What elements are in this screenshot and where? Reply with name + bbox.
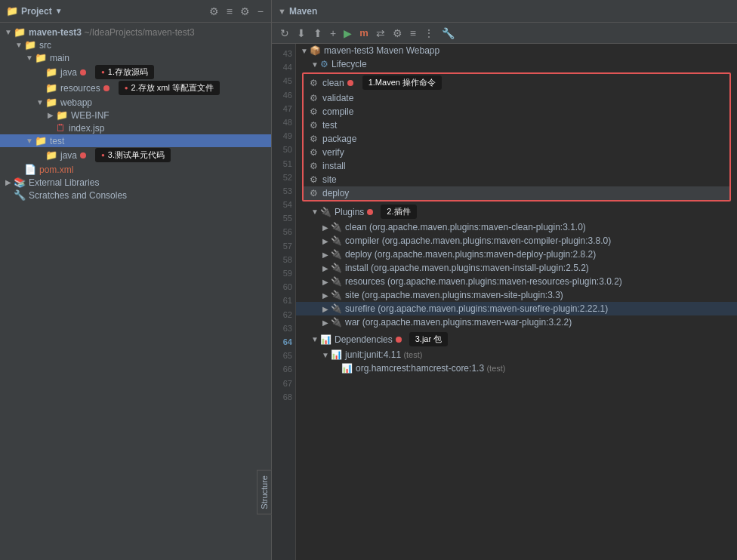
src-item[interactable]: ▼ 📁 src [0,38,271,51]
plugin-install[interactable]: ▶ 🔌 install (org.apache.maven.plugins:ma… [296,261,737,275]
ext-lib-item[interactable]: ▶ 📚 External Libraries [0,176,271,189]
tree-root[interactable]: ▼ 📁 maven-test3 ~/IdeaProjects/maven-tes… [0,26,271,38]
java-test-item[interactable]: 📁 java 3.测试单元代码 [0,147,271,163]
test-label: test [322,120,337,131]
maven-root-item[interactable]: ▼ 📦 maven-test3 Maven Webapp [296,44,737,57]
dep-hamcrest-label: org.hamcrest:hamcrest-core:1.3 (test) [356,363,505,374]
gear2-icon[interactable]: ⚙ [390,26,405,40]
maven-root-arrow: ▼ [299,47,310,55]
project-folder-icon: 📁 [6,5,18,17]
dependencies-header[interactable]: ▼ 📊 Dependencies 3.jar 包 [296,331,737,348]
line-63: 63 [272,322,292,335]
structure-tab[interactable]: Structure [257,470,272,515]
project-chevron-icon[interactable]: ▼ [55,7,63,15]
refresh-icon[interactable]: ↻ [278,26,291,40]
maven-panel: ▼ Maven ↻ ⬇ ⬆ + ▶ m ⇄ ⚙ ≡ ⋮ 🔧 43 44 45 4… [272,0,737,560]
java-folder-icon: 📁 [45,66,57,78]
plugin-site-icon: 🔌 [331,290,342,300]
sync-icon[interactable]: ⇄ [374,26,387,40]
root-arrow: ▼ [3,28,14,36]
resources-folder-icon: 📁 [45,82,57,94]
indexjsp-arrow [45,124,56,132]
lifecycle-install[interactable]: ⚙ install [304,159,729,173]
plugin-resources[interactable]: ▶ 🔌 resources (org.apache.maven.plugins:… [296,275,737,288]
java-test-arrow [35,151,45,159]
webapp-item[interactable]: ▼ 📁 webapp [0,96,271,109]
lifecycle-validate[interactable]: ⚙ validate [304,91,729,105]
resources-item[interactable]: 📁 resources 2.存放 xml 等配置文件 [0,80,271,96]
webinf-item[interactable]: ▶ 📁 WEB-INF [0,109,271,122]
line-numbers-col: 43 44 45 46 47 48 49 50 51 52 53 54 55 5… [272,44,296,560]
pomxml-item[interactable]: 📄 pom.xml [0,163,271,176]
lifecycle-compile[interactable]: ⚙ compile [304,105,729,118]
line-64: 64 [272,335,292,349]
lifecycle-deploy[interactable]: ⚙ deploy [304,186,729,200]
plugin-clean-label: clean (org.apache.maven.plugins:maven-cl… [345,222,586,232]
scratch-item[interactable]: 🔧 Scratches and Consoles [0,189,271,202]
indexjsp-item[interactable]: 🗒 index.jsp [0,122,271,134]
pomxml-arrow [14,165,24,174]
main-item[interactable]: ▼ 📁 main [0,51,271,64]
dep-junit-parent[interactable]: ▼ 📊 junit:junit:4.11 (test) [296,348,737,362]
menu-icon[interactable]: ≡ [408,26,418,40]
gear-icon[interactable]: ⚙ [239,4,251,19]
run-icon[interactable]: ▶ [341,26,354,40]
plugin-deploy-icon: 🔌 [331,249,342,260]
plugin-compiler[interactable]: ▶ 🔌 compiler (org.apache.maven.plugins:m… [296,234,737,248]
dep-hamcrest[interactable]: 📊 org.hamcrest:hamcrest-core:1.3 (test) [296,362,737,375]
plugins-header[interactable]: ▼ 🔌 Plugins 2.插件 [296,203,737,220]
plugin-war-icon: 🔌 [331,317,342,328]
scratch-icon: 🔧 [14,189,26,201]
java-annotation: 1.存放源码 [95,65,154,79]
lifecycle-verify[interactable]: ⚙ verify [304,146,729,159]
settings-icon[interactable]: ⚙ [208,4,220,19]
lifecycle-header[interactable]: ▼ ⚙ Lifecycle [296,57,737,71]
deploy-label: deploy [322,188,349,198]
add-icon[interactable]: + [328,26,338,40]
plugin-clean-arrow: ▶ [320,223,331,232]
download-icon[interactable]: ⬇ [294,26,308,40]
lifecycle-test[interactable]: ⚙ test [304,118,729,132]
test-item[interactable]: ▼ 📁 test [0,134,271,147]
layout-icon[interactable]: ≡ [225,4,234,19]
plugin-compiler-icon: 🔌 [331,235,342,246]
java-item[interactable]: 📁 java 1.存放源码 [0,64,271,80]
plugin-war[interactable]: ▶ 🔌 war (org.apache.maven.plugins:maven-… [296,315,737,329]
root-label: maven-test3 ~/IdeaProjects/maven-test3 [29,27,195,38]
more-icon[interactable]: ⋮ [421,26,436,40]
plugin-clean[interactable]: ▶ 🔌 clean (org.apache.maven.plugins:mave… [296,220,737,234]
verify-label: verify [322,147,344,158]
plugin-install-icon: 🔌 [331,263,342,273]
plugin-war-label: war (org.apache.maven.plugins:maven-war-… [345,317,572,328]
resources-arrow [35,84,45,92]
plugin-surefire[interactable]: ▶ 🔌 surefire (org.apache.maven.plugins:m… [296,302,737,315]
line-47: 47 [272,102,292,115]
wrench-icon[interactable]: 🔧 [439,26,457,40]
indexjsp-icon: 🗒 [56,122,66,134]
minus-icon[interactable]: − [256,4,265,19]
lifecycle-icon: ⚙ [320,59,328,69]
ext-lib-label: External Libraries [29,177,99,188]
lifecycle-clean[interactable]: ⚙ clean 1.Maven 操作命令 [304,74,729,91]
lifecycle-package[interactable]: ⚙ package [304,132,729,146]
webinf-label: WEB-INF [71,110,109,121]
plugin-install-arrow: ▶ [320,264,331,272]
project-header: 📁 Project ▼ ⚙ ≡ ⚙ − [0,0,271,23]
maven-icon[interactable]: m [357,26,371,39]
plugin-site[interactable]: ▶ 🔌 site (org.apache.maven.plugins:maven… [296,288,737,302]
compile-gear-icon: ⚙ [310,106,318,117]
plugin-deploy[interactable]: ▶ 🔌 deploy (org.apache.maven.plugins:mav… [296,248,737,261]
dep-hamcrest-icon: 📊 [341,363,353,374]
lifecycle-site[interactable]: ⚙ site [304,173,729,186]
clean-dot [347,80,353,86]
upload-icon[interactable]: ⬆ [311,26,325,40]
line-65: 65 [272,349,292,362]
maven-collapse-icon[interactable]: ▼ [278,7,286,16]
plugin-surefire-arrow: ▶ [320,305,331,313]
line-58: 58 [272,253,292,266]
dep-junit-label: junit:junit:4.11 (test) [345,349,422,360]
plugin-resources-icon: 🔌 [331,276,342,287]
plugin-deploy-label: deploy (org.apache.maven.plugins:maven-d… [345,249,596,260]
java-label: java [60,67,77,78]
line-66: 66 [272,362,292,376]
